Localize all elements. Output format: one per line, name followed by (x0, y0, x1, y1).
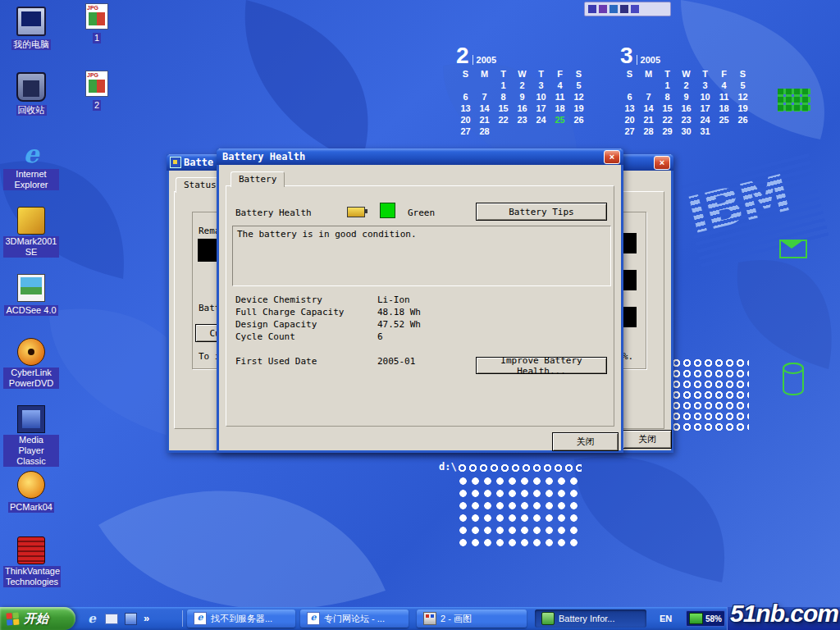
health-status-text: Green (408, 208, 435, 218)
desktop-icon-3dmark2001[interactable]: 3DMark2001 SE (3, 207, 59, 258)
month-number: 2 (456, 43, 469, 68)
desktop-icon-internet-explorer[interactable]: e Internet Explorer (3, 141, 59, 191)
keyboard-icon[interactable] (620, 5, 628, 13)
task-label: 专门网论坛 - ... (324, 609, 385, 628)
chevron-right-icon[interactable]: » (144, 607, 149, 630)
envelope-icon (779, 240, 807, 258)
field-value: 6 (377, 331, 383, 342)
icon-label: ThinkVantage Technologies (3, 566, 61, 587)
drive-label: d:\ (439, 461, 457, 472)
desktop-icon-pcmark04[interactable]: PCMark04 (3, 471, 59, 514)
windows-flag-icon (6, 612, 20, 625)
calendar-march-2005: 32005 SMTWTFS123456789101112131415161718… (620, 43, 752, 137)
icon-label: 回收站 (16, 105, 47, 116)
pcmark-icon (17, 471, 45, 499)
desktop: 22005 SMTWTFS123456789101112131415161718… (0, 0, 840, 630)
volume-icon[interactable] (588, 5, 596, 13)
battery-tips-button[interactable]: Battery Tips (476, 203, 607, 221)
desktop-icon-powerdvd[interactable]: CyberLink PowerDVD (3, 338, 59, 390)
quick-launch-mail-icon[interactable] (105, 614, 118, 624)
field-value: 2005-01 (377, 356, 415, 367)
battery-health-label: Battery Health (235, 208, 312, 218)
thinkvantage-icon (17, 536, 45, 564)
start-button[interactable]: 开始 (0, 607, 75, 630)
icon-label: Media Player Classic (3, 435, 59, 467)
battery-app-icon (170, 157, 181, 168)
battery-health-titlebar[interactable]: Battery Health × (217, 148, 623, 165)
task-label: 2 - 画图 (441, 609, 472, 628)
desktop-icon-my-computer[interactable]: 我的电脑 (3, 7, 59, 51)
battery-meter[interactable]: 58% (686, 610, 725, 627)
month-number: 3 (620, 43, 633, 68)
tab-battery[interactable]: Battery (231, 171, 285, 187)
desktop-icon-acdsee[interactable]: ACDSee 4.0 (3, 274, 59, 317)
field-value: 48.18 Wh (377, 307, 421, 317)
window-title: Batte (184, 157, 213, 168)
close-button-background-window[interactable]: 关闭 (623, 430, 672, 449)
my-computer-icon (16, 7, 46, 36)
language-indicator[interactable]: EN (660, 607, 672, 630)
acdsee-icon (17, 274, 45, 302)
file-label: 1 (93, 33, 101, 43)
year-number: 2005 (472, 55, 496, 65)
dot-pattern-bottom-row (457, 463, 582, 474)
desktop-icon-thinkvantage[interactable]: ThinkVantage Technologies (3, 536, 59, 588)
task-button-forum[interactable]: e 专门网论坛 - ... (300, 609, 409, 628)
file-label: 2 (93, 100, 101, 111)
icon-label: PCMark04 (8, 502, 54, 513)
quick-launch-ie-icon[interactable]: e (85, 612, 98, 625)
battery-health-dialog[interactable]: Battery Health × Battery Battery Health … (217, 148, 623, 453)
network-icon[interactable] (631, 5, 639, 13)
ie-page-icon: e (307, 612, 320, 625)
improve-battery-health-button[interactable]: Improve Battery Health... (476, 357, 607, 374)
percent-label: %. (623, 351, 633, 362)
power-icon[interactable] (599, 5, 607, 13)
close-icon[interactable]: × (654, 156, 670, 170)
taskbar-divider (182, 610, 183, 627)
field-value: 47.52 Wh (377, 319, 421, 330)
desktop-file-jpg-2[interactable]: JPG 2 (69, 71, 125, 112)
icon-label: 3DMark2001 SE (3, 236, 59, 258)
battery-level-icon (689, 613, 703, 624)
field-label: Cycle Count (235, 331, 295, 342)
grid-icon (778, 89, 810, 112)
condition-textbox: The battery is in good condition. (232, 226, 611, 286)
field-label: Device Chemistry (235, 294, 322, 305)
watermark-51nb: 51nb.com (730, 600, 838, 628)
task-button-server-not-found[interactable]: e 找不到服务器... (187, 609, 295, 628)
calendar-grid: SMTWTFS123456789101112131415161718192021… (456, 68, 588, 137)
desktop-icon-recycle-bin[interactable]: 回收站 (3, 72, 59, 116)
quick-launch: e » (80, 607, 154, 630)
task-label: Battery Infor... (559, 609, 614, 628)
desktop-file-jpg-1[interactable]: JPG 1 (69, 3, 125, 44)
desktop-icon-media-player-classic[interactable]: Media Player Classic (3, 405, 59, 468)
paint-icon (423, 612, 436, 625)
dot-pattern-right (671, 358, 749, 433)
health-status-swatch (380, 203, 395, 218)
condition-text: The battery is in good condition. (237, 229, 417, 240)
close-button-dialog[interactable]: 关闭 (552, 432, 619, 451)
internet-explorer-icon: e (18, 141, 44, 167)
calendar-february-2005: 22005 SMTWTFS123456789101112131415161718… (456, 43, 588, 137)
field-label: First Used Date (235, 356, 317, 367)
recycle-bin-icon (16, 72, 46, 102)
icon-label: Internet Explorer (3, 169, 59, 190)
task-button-battery-information[interactable]: Battery Infor... (535, 609, 646, 628)
desktop-tray-strip (584, 2, 671, 16)
battery-tabpage (226, 185, 614, 427)
task-button-paint[interactable]: 2 - 画图 (417, 609, 527, 628)
close-icon[interactable]: × (604, 150, 620, 164)
ie-page-icon: e (194, 612, 207, 625)
calendar-month-header: 32005 (620, 43, 752, 68)
field-label: Full Charge Capacity (235, 307, 344, 317)
icon-label: 我的电脑 (11, 39, 51, 50)
media-player-classic-icon (17, 405, 45, 433)
quick-launch-show-desktop-icon[interactable] (125, 613, 137, 625)
task-label: 找不到服务器... (211, 609, 272, 628)
jpg-tag: JPG (87, 71, 98, 79)
display-icon[interactable] (609, 5, 618, 13)
field-value: Li-Ion (377, 294, 410, 305)
field-label: Design Capacity (235, 319, 317, 330)
calendar-month-header: 22005 (456, 43, 588, 68)
jpg-file-icon: JPG (85, 3, 108, 30)
